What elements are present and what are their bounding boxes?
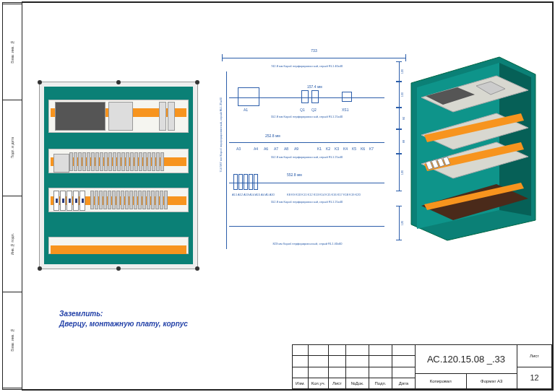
side-duct-label: 714 587 мм Короб перфорированный, серый … bbox=[219, 97, 223, 173]
duct-m2: 552.8 мм Короб перфорированный, серый RL… bbox=[229, 161, 384, 170]
device-q1 bbox=[159, 102, 166, 131]
cabinet-front-view bbox=[39, 82, 198, 269]
mounting-plate bbox=[44, 87, 193, 264]
hdr-izm: Изм. bbox=[293, 378, 309, 388]
leftstrip-cell: Инв.№ подл. bbox=[10, 233, 14, 255]
device-a1 bbox=[108, 102, 133, 131]
device-plc bbox=[55, 102, 106, 131]
note-line-2: Дверцу, монтажную плату, корпус bbox=[59, 319, 188, 329]
dim-r1: 120 bbox=[396, 61, 402, 82]
din-rail-3 bbox=[48, 188, 189, 212]
sch-rail-2 bbox=[229, 142, 384, 143]
duct-m3: 552.8 мм Короб перфорированный, серый RL… bbox=[229, 206, 384, 214]
drawing-content: 733 714 587 мм Короб перфорированный, се… bbox=[23, 4, 551, 341]
hdr-ndok: №Док. bbox=[346, 378, 369, 388]
hdr-list: Лист bbox=[329, 378, 346, 388]
duct-bottom: 823 мм Короб перфорированный, серый RL1 … bbox=[222, 248, 393, 256]
sheet-header: Лист bbox=[517, 345, 551, 367]
device-q2 bbox=[168, 102, 175, 131]
duct-top: 742.8 мм Короб перфорированный, серый RL… bbox=[229, 70, 384, 79]
left-duct-line bbox=[226, 71, 227, 249]
copied-label: Копировал bbox=[416, 374, 467, 388]
note-line-1: Заземлить: bbox=[59, 309, 188, 319]
hdr-podp: Подп. bbox=[369, 378, 392, 388]
din-rail-1 bbox=[48, 100, 189, 133]
format-label: Формат A3 bbox=[467, 374, 517, 388]
sheet-number: 12 bbox=[517, 367, 551, 389]
dim-width-label: 733 bbox=[311, 48, 317, 53]
hdr-data: Дата bbox=[392, 378, 415, 388]
title-block: Изм. Кол.уч. Лист №Док. Подп. Дата АС.12… bbox=[292, 344, 552, 389]
leftstrip-cell: Взам. инв. № bbox=[10, 40, 14, 64]
breaker-row bbox=[53, 191, 184, 211]
cabinet-iso-view bbox=[405, 54, 543, 242]
din-rail-4 bbox=[48, 237, 189, 254]
din-rail-2 bbox=[48, 149, 189, 173]
leftstrip-cell: Взам. инв. № bbox=[10, 328, 14, 352]
grounding-note: Заземлить: Дверцу, монтажную плату, корп… bbox=[59, 309, 188, 328]
dimension-width bbox=[222, 54, 406, 61]
layout-schematic: 733 714 587 мм Короб перфорированный, се… bbox=[222, 54, 406, 271]
drawing-number: АС.120.15.08 _.33 bbox=[416, 345, 517, 374]
sch-rail-4 bbox=[229, 226, 384, 227]
terminal-row-2 bbox=[53, 152, 184, 171]
duct-m1: 552.8 мм Короб перфорированный, серый RL… bbox=[229, 121, 384, 129]
revision-grid: Изм. Кол.уч. Лист №Док. Подп. Дата bbox=[293, 345, 416, 388]
left-title-strip: Взам. инв. № Подп. и дата Инв.№ подл. Вз… bbox=[2, 4, 22, 388]
hdr-koluch: Кол.уч. bbox=[309, 378, 329, 388]
sch-a1 bbox=[238, 87, 259, 106]
leftstrip-cell: Подп. и дата bbox=[10, 137, 14, 158]
